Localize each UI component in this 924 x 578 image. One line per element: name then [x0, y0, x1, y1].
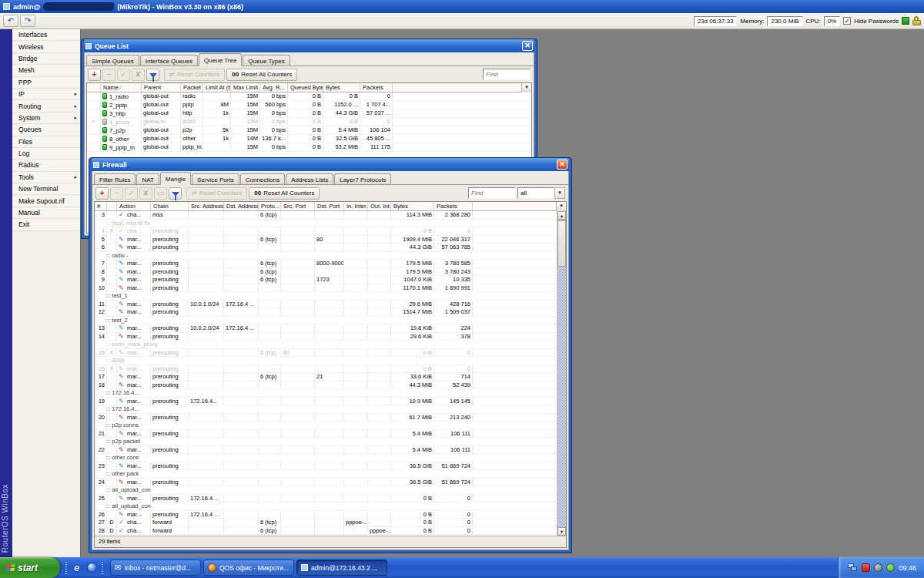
column-header-queued-bytes[interactable]: Queued Bytes	[288, 83, 323, 92]
sidebar-item-ppp[interactable]: PPP	[12, 77, 80, 89]
column-header-packets[interactable]: Packets	[360, 83, 393, 92]
queue-row[interactable]: 3_httpglobal-outhttp1k15M0 bps0 B44.3 Gi…	[87, 109, 531, 118]
column-header-parent[interactable]: Parent	[142, 83, 181, 92]
vertical-scrollbar[interactable]: ▲ ▼	[557, 211, 566, 536]
sidebar-item-tools[interactable]: Tools▸	[12, 172, 80, 183]
sidebar-item-queues[interactable]: Queues	[12, 124, 80, 136]
mangle-comment-row[interactable]: ::: test_1	[95, 292, 557, 301]
column-header-packet[interactable]: Packet ...	[181, 83, 203, 92]
tab-service-ports[interactable]: Service Ports	[192, 173, 239, 184]
gray-app-tray-icon[interactable]	[874, 563, 882, 572]
mangle-comment-row[interactable]: ::: other cons	[95, 454, 557, 462]
chain-filter-dropdown-icon[interactable]: ▼	[554, 187, 565, 199]
mangle-rule-row[interactable]: 8✎mar...prerouting6 (tcp)179.5 MiB3 780 …	[95, 268, 557, 277]
tab-layer7-protocols[interactable]: Layer7 Protocols	[334, 173, 391, 184]
column-header-name[interactable]: Name∕	[101, 83, 142, 92]
mangle-comment-row[interactable]: ::: p2p conns	[95, 422, 557, 430]
sidebar-item-make-supout-rif[interactable]: Make Supout.rif	[12, 195, 80, 207]
column-header-avg-r[interactable]: Avg. R...	[260, 83, 288, 92]
column-header-max-limit[interactable]: Max Limit ...	[231, 83, 260, 92]
undo-button[interactable]: ↶	[3, 15, 18, 27]
mangle-comment-row[interactable]: ::: radio -	[95, 252, 557, 260]
queue-row[interactable]: 9_pptp_inglobal-outpptp_in...15M0 bps0 B…	[87, 143, 531, 152]
mangle-rule-row[interactable]: 24✎mar...prerouting36.5 GiB51 869 724	[95, 479, 557, 487]
firewall-reset-counters-button[interactable]: ⇄Reset Counters	[186, 187, 247, 200]
column-header-packets[interactable]: Packets	[434, 202, 473, 210]
mangle-comment-row[interactable]: ::: other pack	[95, 470, 557, 479]
column-header-dst-port[interactable]: Dst. Port	[315, 202, 344, 210]
mangle-comment-row[interactable]: ::: all_upload_con	[95, 486, 557, 495]
mangle-rule-row[interactable]: 20✎mar...prerouting61.7 MiB213 240	[95, 414, 557, 422]
column-header-src-port[interactable]: Src. Port	[281, 202, 315, 210]
media-player-icon[interactable]	[86, 562, 98, 573]
tab-address-lists[interactable]: Address Lists	[286, 173, 333, 184]
copy-rule-button[interactable]: ▭	[154, 187, 167, 200]
column-header-flags[interactable]	[107, 202, 117, 210]
quick-launch-handle[interactable]	[65, 562, 67, 574]
task-button-qos[interactable]: QOS офис - Микроти...	[203, 560, 294, 576]
queue-row[interactable]: ×4_proxyglobal-in808015M0 bps0 B0 B0	[87, 118, 531, 126]
sidebar-item-routing[interactable]: Routing▸	[12, 100, 80, 112]
sidebar-item-bridge[interactable]: Bridge	[12, 53, 80, 65]
mangle-rule-row[interactable]: 5✎mar...prerouting6 (tcp)801909.4 MiB22 …	[95, 236, 557, 244]
tab-queue-types[interactable]: Queue Types	[243, 55, 290, 66]
scroll-up-icon[interactable]: ▲	[557, 211, 566, 220]
redo-button[interactable]: ↷	[20, 15, 35, 27]
enable-rule-button[interactable]: ✓	[125, 187, 138, 200]
remove-rule-button[interactable]: −	[110, 187, 123, 200]
tab-nat[interactable]: NAT	[136, 173, 159, 184]
tab-connections[interactable]: Connections	[240, 173, 285, 184]
queue-window-titlebar[interactable]: Queue List ✕	[84, 39, 534, 52]
task-button-inbox-netmaster-d[interactable]: ✉Inbox - netmaster@d...	[110, 560, 201, 576]
column-header-[interactable]: #	[95, 202, 107, 210]
mangle-comment-row[interactable]: ::: [tcp], mss ttl fix	[95, 220, 557, 228]
mangle-rule-row[interactable]: 7✎mar...prerouting6 (tcp)8000-9000179.5 …	[95, 260, 557, 268]
column-header-dst-address[interactable]: Dst. Address	[224, 202, 259, 210]
queue-reset-counters-button[interactable]: ⇄Reset Counters	[164, 69, 225, 81]
column-header-chain[interactable]: Chain	[151, 202, 189, 210]
sidebar-item-mesh[interactable]: Mesh	[12, 65, 80, 76]
remove-queue-button[interactable]: −	[102, 69, 116, 81]
column-header-selector[interactable]	[87, 83, 101, 92]
firewall-window-close-button[interactable]: ✕	[557, 160, 567, 170]
mangle-rule-row[interactable]: 19✎mar...prerouting172.16.4...10.9 MiB14…	[95, 398, 557, 406]
task-button-admin-172-16-43-2[interactable]: admin@172.16.43.2 ...	[296, 560, 387, 576]
sidebar-item-interfaces[interactable]: Interfaces	[12, 29, 80, 41]
queue-row[interactable]: 2_pptpglobal-outpptp8M15M560 bps0 B1152.…	[87, 101, 531, 109]
mangle-rule-row[interactable]: 14✎mar...prerouting29.6 KiB378	[95, 333, 557, 341]
hide-passwords-checkbox[interactable]: ✓	[843, 17, 851, 25]
mangle-rule-row[interactable]: 6✎mar...prerouting44.3 GiB57 063 785	[95, 244, 557, 252]
sidebar-item-manual[interactable]: Manual	[12, 207, 80, 219]
mangle-comment-row[interactable]: ::: 172.16.4...	[95, 389, 557, 398]
firewall-find-input[interactable]	[468, 187, 516, 199]
firewall-filter-button[interactable]	[169, 187, 182, 200]
column-header-bytes[interactable]: Bytes	[323, 83, 360, 92]
tab-filter-rules[interactable]: Filter Rules	[94, 173, 136, 184]
mangle-comment-row[interactable]: ::: p2p packet	[95, 438, 557, 446]
scrollbar-thumb[interactable]	[557, 220, 566, 267]
tab-mangle[interactable]: Mangle	[160, 172, 191, 185]
internet-explorer-icon[interactable]: e	[71, 562, 82, 573]
queue-row[interactable]: 8_otherglobal-outother1k14M136.7 k...0 B…	[87, 135, 531, 143]
mangle-comment-row[interactable]: ::: conn_mark_proxy	[95, 341, 557, 349]
sidebar-item-log[interactable]: Log	[12, 148, 80, 160]
sidebar-item-wireless[interactable]: Wireless	[12, 41, 80, 52]
start-button[interactable]: start	[0, 557, 60, 578]
mangle-rule-row[interactable]: 12✎mar...prerouting1514.7 MiB1 509 037	[95, 308, 557, 317]
mangle-rule-row[interactable]: 18✎mar...prerouting44.3 MiB52 439	[95, 381, 557, 390]
taskbar-clock[interactable]: 09:46	[899, 564, 916, 572]
column-header-in-inter[interactable]: In. Inter...	[344, 202, 368, 210]
column-header-out-int[interactable]: Out. Int...	[368, 202, 391, 210]
mangle-rule-row[interactable]: 15X✎mar...prerouting6 (tcp)800 B0	[95, 349, 557, 358]
disable-rule-button[interactable]: ✘	[139, 187, 152, 200]
add-rule-button[interactable]: +	[95, 187, 109, 200]
network-tray-icon[interactable]	[848, 563, 858, 572]
mangle-rule-row[interactable]: 21✎mar...prerouting5.4 MiB106 111	[95, 430, 557, 439]
mangle-comment-row[interactable]: ::: 172.16.4...	[95, 405, 557, 414]
firewall-chain-filter-combo[interactable]: all ▼	[517, 187, 565, 199]
column-header-limit-at-b[interactable]: Limit At (b...	[203, 83, 231, 92]
green-status-tray-icon[interactable]	[886, 563, 895, 572]
mangle-rule-row[interactable]: 17✎mar...prerouting6 (tcp)2133.6 KiB714	[95, 373, 557, 381]
add-queue-button[interactable]: +	[88, 69, 101, 81]
queue-reset-all-counters-button[interactable]: 00Reset All Counters	[226, 69, 297, 81]
